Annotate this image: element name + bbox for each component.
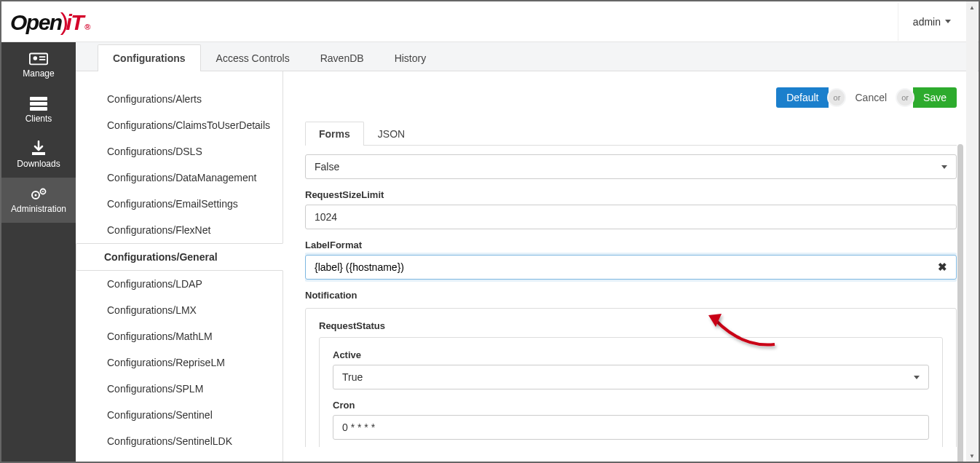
scroll-up-arrow[interactable]: ▲ <box>966 1 978 13</box>
select-value: False <box>315 161 339 173</box>
user-name-label: admin <box>913 16 941 28</box>
cancel-button[interactable]: Cancel <box>845 87 897 108</box>
svg-point-9 <box>35 194 37 197</box>
label-notification: Notification <box>305 290 957 301</box>
select-active-value: True <box>342 371 363 383</box>
sidebar-item-general[interactable]: Configurations/General <box>76 243 283 271</box>
svg-rect-4 <box>30 97 47 100</box>
svg-rect-2 <box>39 56 45 58</box>
label-cron: Cron <box>333 400 929 411</box>
form-area: Default or Cancel or Save Forms JSON <box>282 71 979 462</box>
clear-icon[interactable]: ✖ <box>929 261 956 274</box>
tab-configurations[interactable]: Configurations <box>98 44 201 71</box>
svg-rect-7 <box>32 152 45 155</box>
chevron-down-icon <box>914 376 920 379</box>
input-labelformat[interactable] <box>306 256 929 279</box>
nav-item-administration[interactable]: Administration <box>1 178 76 223</box>
sidebar-item-splm[interactable]: Configurations/SPLM <box>76 376 282 402</box>
svg-rect-5 <box>30 102 47 106</box>
label-requestsizelimit: RequestSizeLimit <box>305 189 957 200</box>
tab-history[interactable]: History <box>379 44 442 71</box>
label-active: Active <box>333 349 929 360</box>
tab-access-controls[interactable]: Access Controls <box>201 44 305 71</box>
or-separator: or <box>896 88 914 107</box>
input-labelformat-wrapper: ✖ <box>305 255 957 280</box>
or-separator: or <box>827 88 846 107</box>
main-tabbar: Configurations Access Controls RavenDB H… <box>76 42 979 71</box>
inner-tab-forms[interactable]: Forms <box>305 122 364 146</box>
sidebar-item-datamanagement[interactable]: Configurations/DataManagement <box>76 165 282 191</box>
nav-label: Manage <box>23 68 54 79</box>
nav-item-downloads[interactable]: Downloads <box>1 132 76 178</box>
inner-tabbar: Forms JSON <box>305 121 957 146</box>
logo-openit: Open)iT® <box>10 7 90 36</box>
inner-tab-json[interactable]: JSON <box>364 122 419 146</box>
select-active[interactable]: True <box>333 365 929 389</box>
action-row: Default or Cancel or Save <box>305 87 957 108</box>
nav-label: Administration <box>11 204 66 214</box>
id-card-icon <box>29 51 48 66</box>
svg-point-1 <box>33 56 38 60</box>
sidebar-item-mathlm[interactable]: Configurations/MathLM <box>76 323 282 349</box>
sidebar-item-sentinel[interactable]: Configurations/Sentinel <box>76 402 282 428</box>
page-scrollbar[interactable] <box>955 84 965 460</box>
svg-rect-6 <box>30 107 47 111</box>
scroll-down-arrow[interactable]: ▼ <box>966 450 978 462</box>
sidebar-item-sentinelldk[interactable]: Configurations/SentinelLDK <box>76 428 282 454</box>
sidebar-item-ldap[interactable]: Configurations/LDAP <box>76 271 282 297</box>
window-scrollbar[interactable]: ▲ ▼ <box>966 1 978 462</box>
sidebar-item-flexnet[interactable]: Configurations/FlexNet <box>76 217 282 243</box>
top-bar: Open)iT® admin <box>1 1 979 42</box>
input-cron[interactable] <box>333 415 929 440</box>
left-nav: Manage Clients Downloads <box>1 42 76 462</box>
sidebar-item-alerts[interactable]: Configurations/Alerts <box>76 86 282 112</box>
tab-ravendb[interactable]: RavenDB <box>305 44 379 71</box>
default-button[interactable]: Default <box>776 87 829 108</box>
sidebar-item-dsls[interactable]: Configurations/DSLS <box>76 138 282 165</box>
sidebar-item-tnavigator[interactable]: Configurations/tNavigator <box>76 454 282 463</box>
select-field[interactable]: False <box>305 154 957 179</box>
svg-rect-3 <box>39 59 45 60</box>
user-menu[interactable]: admin <box>898 3 965 41</box>
page-scrollbar-thumb[interactable] <box>957 144 963 463</box>
sidebar-item-lmx[interactable]: Configurations/LMX <box>76 297 282 323</box>
save-button[interactable]: Save <box>913 87 957 108</box>
nav-label: Clients <box>25 114 52 124</box>
nav-item-manage[interactable]: Manage <box>1 42 76 87</box>
config-sidebar: Configurations/Alerts Configurations/Cla… <box>76 71 282 462</box>
panel-requeststatus: Active True Cron <box>319 337 943 447</box>
server-stack-icon <box>29 96 48 111</box>
label-labelformat: LabelFormat <box>305 240 957 250</box>
label-requeststatus: RequestStatus <box>319 320 943 331</box>
chevron-down-icon <box>941 165 947 169</box>
nav-label: Downloads <box>17 159 60 169</box>
sidebar-item-emailsettings[interactable]: Configurations/EmailSettings <box>76 191 282 217</box>
sidebar-item-reprise[interactable]: Configurations/RepriseLM <box>76 349 282 376</box>
gears-icon <box>29 186 48 201</box>
nav-item-clients[interactable]: Clients <box>1 87 76 132</box>
panel-notification: RequestStatus Active True Cron <box>305 308 957 447</box>
svg-point-11 <box>42 191 44 192</box>
sidebar-item-claimstouserdetails[interactable]: Configurations/ClaimsToUserDetails <box>76 112 282 138</box>
download-icon <box>29 141 48 156</box>
input-requestsizelimit[interactable] <box>305 205 957 229</box>
chevron-down-icon <box>945 20 951 23</box>
